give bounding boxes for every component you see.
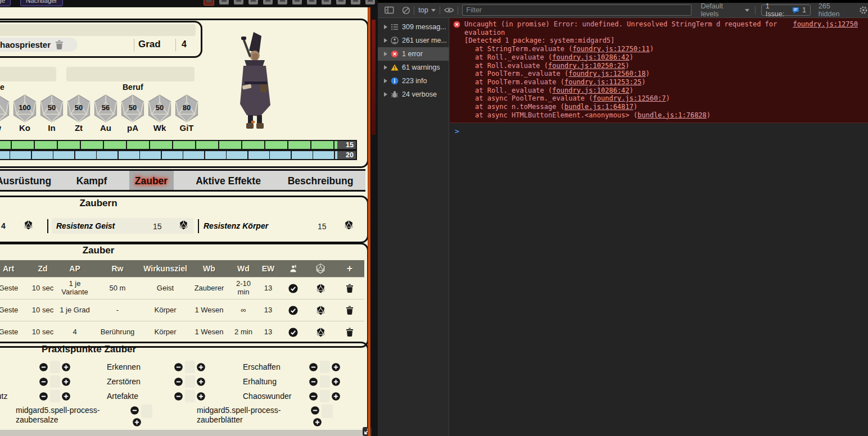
roll-spell-d20-icon[interactable] <box>316 305 326 316</box>
character-type-pill[interactable]: haospriester <box>0 38 78 52</box>
scene-tab-nachtlager[interactable]: Nachtlager <box>20 0 63 6</box>
praxis-value-input[interactable] <box>320 375 330 388</box>
console-prompt[interactable] <box>450 123 868 135</box>
beruf-field-input[interactable] <box>66 67 195 81</box>
context-selector[interactable]: top <box>418 6 428 14</box>
praxis-value-input[interactable] <box>185 361 195 373</box>
toolbar-icon[interactable] <box>365 0 375 4</box>
praxis-value-input[interactable] <box>50 390 60 402</box>
clear-console-icon[interactable] <box>402 6 410 15</box>
praxis-value-input[interactable] <box>322 405 333 418</box>
attribute-die-in[interactable]: 50 <box>39 94 65 122</box>
plus-button[interactable] <box>62 378 70 386</box>
delete-spell-icon[interactable] <box>346 284 354 293</box>
sidebar-item-verbose[interactable]: 24 verbose <box>378 88 449 101</box>
minus-button[interactable] <box>309 392 318 401</box>
tab-kampf[interactable]: Kampf <box>76 175 107 187</box>
tab-beschreibung[interactable]: Beschreibung <box>288 175 354 187</box>
apply-spell-icon[interactable] <box>288 306 298 315</box>
minus-button[interactable] <box>174 378 183 386</box>
plus-button[interactable] <box>332 378 340 386</box>
tab-aktive-effekte[interactable]: Aktive Effekte <box>196 175 261 187</box>
praxis-value-input[interactable] <box>320 361 330 373</box>
resistenz-geist-roll-icon[interactable] <box>179 220 188 230</box>
toolbar-icon[interactable] <box>351 0 360 4</box>
minus-button[interactable] <box>130 406 139 415</box>
plus-button[interactable] <box>62 363 70 371</box>
expand-triangle-icon[interactable] <box>384 92 387 97</box>
resistenz-koerper-roll-icon[interactable] <box>344 220 354 230</box>
issues-counter[interactable]: 1 Issue: 1 <box>761 4 811 16</box>
minus-button[interactable] <box>309 378 318 386</box>
scene-tab-partial[interactable]: ge <box>0 0 11 6</box>
minus-button[interactable] <box>39 378 48 386</box>
plus-button[interactable] <box>62 392 70 401</box>
toolbar-icon[interactable] <box>278 0 287 4</box>
sidebar-item-info[interactable]: 223 info <box>378 74 449 88</box>
stack-link[interactable]: foundry.js:10250:25 <box>548 62 625 70</box>
toolbar-icon[interactable] <box>307 0 317 4</box>
praxis-value-input[interactable] <box>141 405 152 418</box>
attribute-die-wk[interactable]: 50 <box>147 94 173 122</box>
minus-button[interactable] <box>309 363 318 371</box>
plus-button[interactable] <box>332 363 340 371</box>
plus-button[interactable] <box>313 418 322 426</box>
plus-button[interactable] <box>332 392 340 401</box>
delete-type-icon[interactable] <box>55 40 64 49</box>
stack-link[interactable]: foundry.js:12560:7 <box>593 94 666 102</box>
minus-button[interactable] <box>311 406 319 415</box>
character-name-input[interactable] <box>0 24 196 36</box>
grad-value[interactable]: 4 <box>182 39 187 49</box>
toolbar-icon[interactable] <box>322 0 331 4</box>
praxis-value-input[interactable] <box>50 361 60 373</box>
expand-triangle-icon[interactable] <box>384 79 387 83</box>
stack-link[interactable]: foundry.js:12750:11 <box>572 45 649 53</box>
plus-button[interactable] <box>197 363 205 371</box>
dock-sidebar-icon[interactable] <box>385 6 394 14</box>
attribute-die-zt[interactable]: 50 <box>66 94 92 122</box>
delete-spell-icon[interactable] <box>346 328 354 337</box>
praxis-value-input[interactable] <box>50 375 60 388</box>
attribute-die-gw[interactable]: 5 <box>0 94 11 122</box>
roll-spell-d20-icon[interactable] <box>316 283 326 294</box>
character-portrait[interactable] <box>228 31 279 131</box>
toolbar-icon[interactable] <box>336 0 346 4</box>
tab-ausruestung[interactable]: Ausrüstung <box>0 175 51 187</box>
add-spell-button[interactable]: + <box>347 263 353 275</box>
error-source-link[interactable]: foundry.js:12750 <box>793 20 858 29</box>
toolbar-icon[interactable] <box>234 0 243 4</box>
apply-spell-icon[interactable] <box>288 328 298 337</box>
minus-button[interactable] <box>174 392 183 401</box>
tab-zauber[interactable]: Zauber <box>135 175 168 187</box>
toolbar-icon[interactable] <box>219 0 229 4</box>
sidebar-item-warnings[interactable]: 61 warnings <box>378 61 449 74</box>
attribute-die-pa[interactable]: 50 <box>120 94 146 122</box>
expand-triangle-icon[interactable] <box>384 25 387 29</box>
settings-gear-icon[interactable] <box>859 6 868 15</box>
sidebar-item-errors[interactable]: 1 error <box>378 47 449 61</box>
praxis-value-input[interactable] <box>185 375 195 388</box>
expand-triangle-icon[interactable] <box>384 52 387 56</box>
stack-link[interactable]: foundry.js:11253:25 <box>564 78 641 86</box>
toolbar-icon[interactable] <box>292 0 302 4</box>
plus-button[interactable] <box>133 418 141 426</box>
minus-button[interactable] <box>39 363 48 371</box>
zaubern-roll-d20-icon[interactable] <box>24 220 33 230</box>
attribute-die-ko[interactable]: 100 <box>12 94 38 122</box>
minus-button[interactable] <box>174 363 183 371</box>
toolbar-icon[interactable] <box>248 0 258 4</box>
minus-button[interactable] <box>39 392 48 401</box>
attribute-die-au[interactable]: 56 <box>93 94 119 122</box>
stack-link[interactable]: foundry.js:12560:18 <box>568 70 645 78</box>
health-bar[interactable]: 15 <box>0 140 357 150</box>
praxis-value-input[interactable] <box>320 390 330 402</box>
log-levels-selector[interactable]: Default levels <box>700 2 742 18</box>
expand-triangle-icon[interactable] <box>384 65 387 70</box>
apply-spell-icon[interactable] <box>288 284 298 293</box>
toolbar-icon[interactable] <box>263 0 273 4</box>
left-field-input[interactable] <box>0 67 56 81</box>
console-error-entry[interactable]: Uncaught (in promise) Error: undefined. … <box>450 18 868 123</box>
stack-link[interactable]: bundle.js:1:76828 <box>638 111 707 119</box>
stack-link[interactable]: bundle.js:1:64817 <box>564 103 634 111</box>
plus-button[interactable] <box>197 392 205 401</box>
